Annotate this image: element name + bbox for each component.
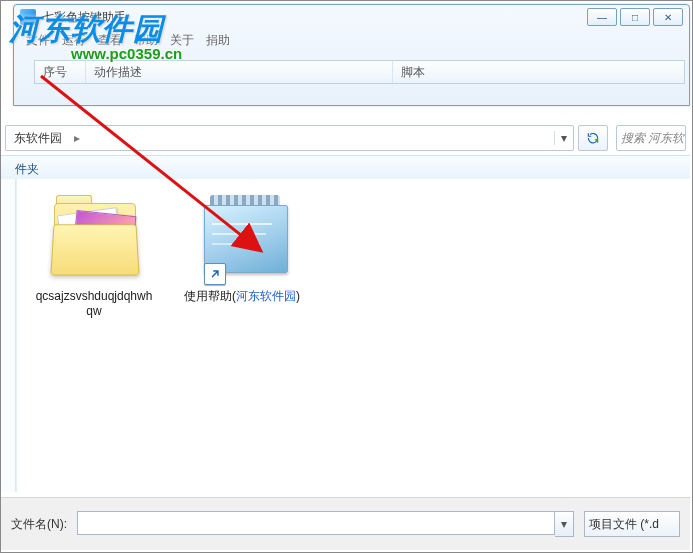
menu-file[interactable]: 文件: [22, 31, 54, 50]
search-placeholder: 搜索 河东软: [621, 130, 684, 147]
breadcrumb-bar: 东软件园 ▸ ▾ 搜索 河东软: [1, 121, 690, 155]
file-item-label: 使用帮助(河东软件园): [183, 289, 301, 304]
menu-bar: 文件 运行 查看 帮助 关于 捐助: [14, 29, 689, 54]
toolbar-newfolder[interactable]: 件夹: [9, 159, 45, 180]
close-button[interactable]: ✕: [653, 8, 683, 26]
search-input[interactable]: 搜索 河东软: [616, 125, 686, 151]
col-seq[interactable]: 序号: [35, 61, 86, 83]
list-header: 序号 动作描述 脚本: [34, 60, 685, 84]
notepad-icon: [194, 189, 290, 285]
filename-input[interactable]: [77, 511, 555, 535]
file-item-label: qcsajzsvshduqjdqhwhqw: [35, 289, 153, 319]
file-type-filter[interactable]: 项目文件 (*.d: [584, 511, 680, 537]
file-area: qcsajzsvshduqjdqhwhqw 使用帮助(河东软件园): [1, 179, 690, 492]
file-item-folder[interactable]: qcsajzsvshduqjdqhwhqw: [35, 189, 153, 319]
shortcut-overlay-icon: [204, 263, 226, 285]
menu-help[interactable]: 帮助: [130, 31, 162, 50]
col-script[interactable]: 脚本: [393, 61, 684, 83]
breadcrumb-path: 东软件园: [6, 130, 70, 147]
bottom-bar: 文件名(N): ▾ 项目文件 (*.d: [1, 497, 690, 550]
menu-donate[interactable]: 捐助: [202, 31, 234, 50]
refresh-button[interactable]: [578, 125, 608, 151]
menu-run[interactable]: 运行: [58, 31, 90, 50]
file-type-filter-text: 项目文件 (*.d: [589, 516, 659, 533]
title-bar: 七彩色按键助手 — □ ✕: [14, 5, 689, 29]
refresh-icon: [586, 131, 600, 145]
filename-label: 文件名(N):: [11, 516, 67, 533]
app-title: 七彩色按键助手: [42, 9, 587, 26]
col-desc[interactable]: 动作描述: [86, 61, 393, 83]
breadcrumb[interactable]: 东软件园 ▸ ▾: [5, 125, 574, 151]
breadcrumb-dropdown[interactable]: ▾: [554, 131, 573, 145]
file-open-dialog: 东软件园 ▸ ▾ 搜索 河东软 件夹 置: [1, 121, 690, 550]
folder-icon: [46, 189, 142, 285]
items-pane[interactable]: qcsajzsvshduqjdqhwhqw 使用帮助(河东软件园): [16, 179, 690, 492]
filename-combo: ▾: [77, 511, 574, 537]
menu-about[interactable]: 关于: [166, 31, 198, 50]
chevron-right-icon[interactable]: ▸: [70, 131, 84, 145]
app-icon: [20, 9, 36, 25]
app-window: 七彩色按键助手 — □ ✕ 文件 运行 查看 帮助 关于 捐助 序号 动作描述 …: [13, 4, 690, 106]
window-buttons: — □ ✕: [587, 8, 683, 26]
file-item-help-shortcut[interactable]: 使用帮助(河东软件园): [183, 189, 301, 304]
menu-view[interactable]: 查看: [94, 31, 126, 50]
minimize-button[interactable]: —: [587, 8, 617, 26]
maximize-button[interactable]: □: [620, 8, 650, 26]
filename-dropdown[interactable]: ▾: [555, 511, 574, 537]
nav-pane[interactable]: [1, 179, 16, 492]
